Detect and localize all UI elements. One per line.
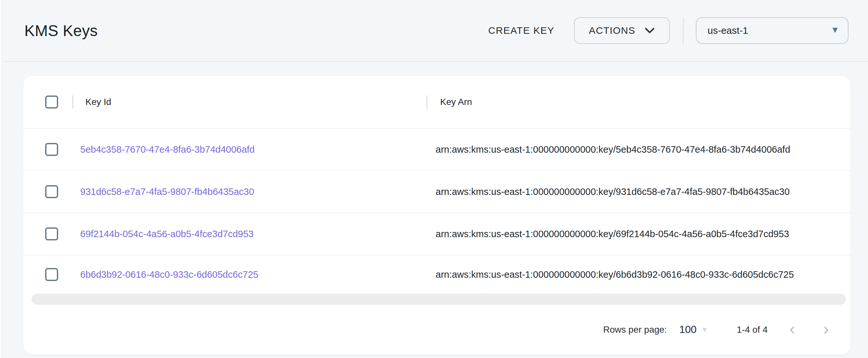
chevron-down-icon — [645, 27, 655, 34]
rows-per-page-select[interactable]: 100 ▼ — [679, 324, 708, 336]
row-checkbox[interactable] — [45, 185, 58, 198]
page-header: KMS Keys CREATE KEY ACTIONS us-east-1 ▼ — [2, 0, 868, 62]
chevron-right-icon: › — [823, 320, 829, 337]
row-checkbox[interactable] — [45, 268, 58, 281]
key-id-link[interactable]: 5eb4c358-7670-47e4-8fa6-3b74d4006afd — [72, 144, 255, 155]
rows-per-page-label: Rows per page: — [603, 325, 667, 335]
key-arn-cell-wrap: arn:aws:kms:us-east-1:000000000000:key/6… — [426, 229, 850, 239]
key-id-cell: 5eb4c358-7670-47e4-8fa6-3b74d4006afd — [72, 144, 426, 155]
key-arn-cell-wrap: arn:aws:kms:us-east-1:000000000000:key/6… — [426, 269, 850, 280]
row-checkbox-cell — [23, 268, 72, 281]
kms-keys-page: KMS Keys CREATE KEY ACTIONS us-east-1 ▼ — [2, 0, 868, 358]
table-body: 5eb4c358-7670-47e4-8fa6-3b74d4006afd arn… — [23, 129, 850, 294]
row-checkbox-cell — [23, 228, 72, 240]
table-row: 931d6c58-e7a7-4fa5-9807-fb4b6435ac30 arn… — [23, 171, 850, 213]
caret-down-icon: ▼ — [831, 26, 839, 34]
key-arn-cell: arn:aws:kms:us-east-1:000000000000:key/9… — [426, 186, 790, 197]
region-select-value: us-east-1 — [708, 25, 748, 36]
row-checkbox-cell — [23, 185, 72, 198]
table-row: 69f2144b-054c-4a56-a0b5-4fce3d7cd953 arn… — [23, 213, 850, 255]
horizontal-scrollbar-thumb[interactable] — [32, 294, 846, 305]
key-arn-cell: arn:aws:kms:us-east-1:000000000000:key/6… — [426, 269, 794, 280]
create-key-button[interactable]: CREATE KEY — [480, 19, 562, 42]
actions-button-label: ACTIONS — [589, 25, 636, 36]
table-row: 6b6d3b92-0616-48c0-933c-6d605dc6c725 arn… — [23, 255, 850, 294]
table-header-row: Key Id Key Arn — [23, 76, 850, 129]
column-separator — [426, 95, 428, 109]
header-checkbox-cell — [23, 95, 72, 109]
previous-page-button[interactable]: ‹ — [783, 321, 801, 339]
key-id-cell: 6b6d3b92-0616-48c0-933c-6d605dc6c725 — [72, 269, 426, 280]
key-arn-cell: arn:aws:kms:us-east-1:000000000000:key/5… — [426, 144, 790, 155]
key-id-column-label: Key Id — [72, 97, 111, 107]
toolbar-divider — [683, 17, 683, 44]
key-id-cell: 69f2144b-054c-4a56-a0b5-4fce3d7cd953 — [72, 229, 426, 239]
row-checkbox-cell — [23, 143, 72, 156]
caret-down-icon: ▼ — [701, 326, 708, 333]
header-actions: CREATE KEY ACTIONS us-east-1 ▼ — [480, 17, 848, 44]
rows-per-page-value: 100 — [679, 324, 696, 336]
key-id-column-header[interactable]: Key Id — [72, 97, 426, 107]
pagination-range-label: 1-4 of 4 — [737, 325, 768, 335]
page-content: Key Id Key Arn 5eb4c358-7670-47e4-8fa6-3… — [2, 62, 868, 354]
key-id-link[interactable]: 6b6d3b92-0616-48c0-933c-6d605dc6c725 — [72, 269, 258, 280]
column-separator — [72, 95, 73, 109]
key-arn-cell-wrap: arn:aws:kms:us-east-1:000000000000:key/9… — [426, 186, 850, 197]
key-id-link[interactable]: 931d6c58-e7a7-4fa5-9807-fb4b6435ac30 — [72, 186, 254, 197]
key-id-cell: 931d6c58-e7a7-4fa5-9807-fb4b6435ac30 — [72, 186, 426, 197]
chevron-left-icon: ‹ — [789, 320, 795, 337]
keys-table-card: Key Id Key Arn 5eb4c358-7670-47e4-8fa6-3… — [23, 76, 850, 354]
pagination: Rows per page: 100 ▼ 1-4 of 4 ‹ › — [23, 305, 850, 354]
key-arn-column-header[interactable]: Key Arn — [426, 97, 850, 107]
row-checkbox[interactable] — [45, 228, 58, 240]
row-checkbox[interactable] — [45, 143, 58, 156]
key-arn-cell-wrap: arn:aws:kms:us-east-1:000000000000:key/5… — [426, 144, 850, 155]
table-row: 5eb4c358-7670-47e4-8fa6-3b74d4006afd arn… — [23, 129, 850, 171]
page-title: KMS Keys — [24, 22, 98, 40]
region-select[interactable]: us-east-1 ▼ — [696, 17, 848, 44]
key-id-link[interactable]: 69f2144b-054c-4a56-a0b5-4fce3d7cd953 — [72, 229, 254, 239]
key-arn-cell: arn:aws:kms:us-east-1:000000000000:key/6… — [426, 229, 789, 239]
horizontal-scrollbar — [32, 294, 846, 305]
actions-button[interactable]: ACTIONS — [574, 17, 670, 44]
select-all-checkbox[interactable] — [45, 95, 58, 109]
key-arn-column-label: Key Arn — [426, 97, 472, 107]
next-page-button[interactable]: › — [817, 321, 835, 339]
